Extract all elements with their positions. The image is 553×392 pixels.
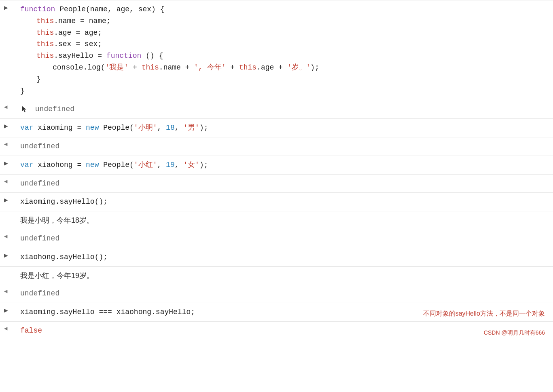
code-line-1-8: } [20, 85, 549, 97]
code-text-1-6b: + [128, 63, 141, 72]
gutter-left-3: ◀ [0, 177, 18, 185]
console-container: ▶ function People(name, age, sex) { this… [0, 0, 553, 340]
expand-arrow-5[interactable]: ▶ [4, 251, 8, 259]
svg-marker-0 [22, 106, 26, 112]
code-line-3: var xiaohong = new People('小红', 19, '女')… [20, 159, 549, 171]
undefined-text-2: undefined [20, 142, 59, 150]
code-text-3c: , [157, 161, 166, 169]
code-text-5: xiaohong.sayHello(); [20, 253, 108, 261]
undefined-text-3: undefined [20, 179, 59, 188]
annotation-label: 不同对象的sayHello方法，不是同一个对象 [423, 310, 545, 317]
code-line-1-4: this.sex = sex; [20, 38, 549, 50]
code-line-1-1: function People(name, age, sex) { [20, 4, 549, 15]
output-undefined-4: undefined [18, 232, 553, 245]
code-line-2: var xiaoming = new People('小明', 18, '男')… [20, 122, 549, 134]
code-text-1-8: } [20, 87, 25, 95]
code-text-1-2: .name = name; [54, 17, 110, 25]
code-text-4: xiaoming.sayHello(); [20, 198, 108, 206]
output-chinese-xiaoming: 我是小明，今年18岁。 [18, 214, 553, 227]
this-5: this [142, 63, 159, 72]
code-text-6: xiaoming.sayHello === xiaohong.sayHello; [20, 308, 195, 316]
code-line-1-5: this.sayHello = function () { [20, 50, 549, 62]
expand-arrow-3[interactable]: ▶ [4, 159, 8, 167]
gutter-arrow-1: ▶ [0, 3, 18, 12]
console-row-2-out: ◀ undefined [0, 137, 553, 156]
code-line-1-7: } [20, 74, 549, 85]
cursor-icon [20, 105, 28, 113]
console-row-4: ▶ xiaoming.sayHello(); [0, 193, 553, 211]
code-text-1-1: People(name, age, sex) { [55, 5, 164, 13]
num-19: 19 [166, 161, 175, 169]
gutter-arrow-5: ▶ [0, 251, 18, 259]
console-row-2: ▶ var xiaoming = new People('小明', 18, '男… [0, 119, 553, 137]
str-male: '男' [183, 124, 199, 132]
code-line-1-2: this.name = name; [20, 15, 549, 27]
kw-new-2: new [86, 161, 99, 169]
code-text-3e: ); [199, 161, 208, 169]
annotation-text: 不同对象的sayHello方法，不是同一个对象 [423, 310, 545, 318]
code-line-4: xiaoming.sayHello(); [20, 196, 549, 208]
code-block-2: var xiaoming = new People('小明', 18, '男')… [18, 121, 553, 135]
code-text-1-6d: + [226, 63, 239, 72]
kw-new-1: new [86, 124, 99, 132]
gutter-arrow-6: ▶ [0, 306, 18, 314]
code-text-1-7: } [36, 75, 41, 83]
false-text-6: false [20, 327, 42, 335]
code-text-1-4: .sex = sex; [54, 40, 102, 48]
gutter-left-6: ◀ [0, 324, 18, 332]
console-row-1: ▶ function People(name, age, sex) { this… [0, 0, 553, 100]
str-xiaohong: '小红' [134, 161, 157, 169]
expand-arrow-6[interactable]: ▶ [4, 306, 8, 314]
this-4: this [36, 52, 54, 60]
gutter-left-2: ◀ [0, 140, 18, 148]
console-row-1-out: ◀ undefined [0, 100, 553, 119]
gutter-none-4 [0, 214, 18, 215]
code-line-5: xiaohong.sayHello(); [20, 251, 549, 263]
kw-var-2: var [20, 161, 33, 169]
output-arrow-3: ◀ [4, 178, 7, 185]
code-text-1-6e: .age + [256, 63, 287, 72]
str-xiaoming: '小明' [134, 124, 157, 132]
undefined-text-4: undefined [20, 234, 59, 242]
gutter-arrow-3: ▶ [0, 158, 18, 167]
output-arrow-4: ◀ [4, 233, 7, 240]
expand-arrow-4[interactable]: ▶ [4, 196, 8, 204]
output-arrow-2: ◀ [4, 141, 7, 148]
gutter-none-5 [0, 269, 18, 270]
kw-var-1: var [20, 124, 33, 132]
str-2: ', 今年' [194, 63, 226, 72]
code-text-3d: , [175, 161, 184, 169]
keyword-function-2: function [106, 52, 141, 60]
code-line-1-3: this.age = age; [20, 27, 549, 39]
expand-arrow-1[interactable]: ▶ [4, 4, 8, 12]
expand-arrow-2[interactable]: ▶ [4, 122, 8, 130]
gutter-left-1: ◀ [0, 103, 18, 110]
this-6: this [239, 63, 256, 72]
str-1: '我是' [105, 63, 129, 72]
code-text-1-6a: console.log( [53, 63, 105, 72]
this-2: this [36, 29, 54, 37]
code-text-3a: xiaohong = [33, 161, 86, 169]
code-block-4: xiaoming.sayHello(); [18, 195, 553, 209]
str-3: '岁。' [287, 63, 311, 72]
output-arrow-6: ◀ [4, 325, 7, 332]
chinese-text-xiaoming: 我是小明，今年18岁。 [20, 216, 94, 224]
console-row-4-out1: 我是小明，今年18岁。 [0, 211, 553, 230]
code-line-1-6: console.log('我是' + this.name + ', 今年' + … [20, 62, 549, 74]
code-block-3: var xiaohong = new People('小红', 19, '女')… [18, 158, 553, 172]
code-text-1-6f: ); [310, 63, 319, 72]
this-3: this [36, 40, 54, 48]
watermark-label: CSDN @明月几时有666 [484, 329, 545, 336]
console-row-5: ▶ xiaohong.sayHello(); [0, 248, 553, 267]
str-female: '女' [183, 161, 199, 169]
code-text-1-3: .age = age; [54, 29, 102, 37]
keyword-function-1: function [20, 5, 55, 13]
output-undefined-5: undefined [18, 287, 553, 300]
console-row-4-out2: ◀ undefined [0, 230, 553, 248]
code-text-2d: , [175, 124, 184, 132]
undefined-text-1: undefined [35, 105, 74, 113]
console-row-5-out1: 我是小红，今年19岁。 [0, 267, 553, 285]
output-undefined-2: undefined [18, 140, 553, 153]
code-text-2e: ); [199, 124, 208, 132]
num-18: 18 [166, 124, 175, 132]
